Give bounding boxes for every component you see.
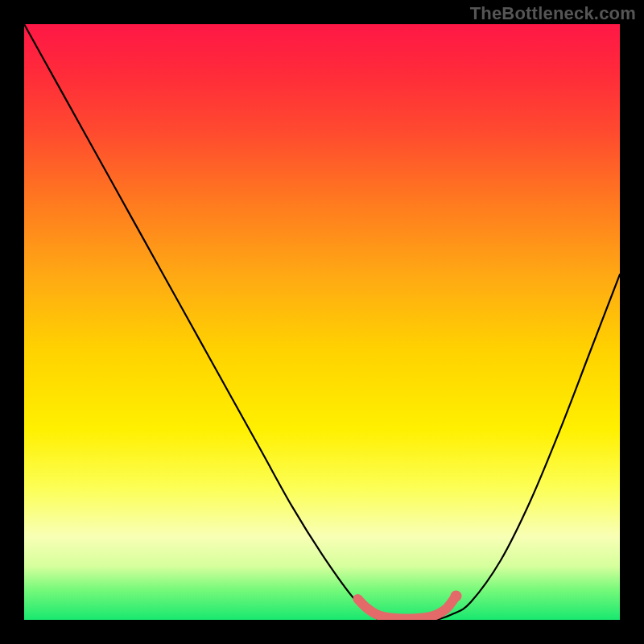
chart-frame: TheBottleneck.com — [0, 0, 644, 644]
plot-area — [24, 24, 620, 620]
optimal-zone-end-marker — [451, 590, 462, 601]
chart-svg — [24, 24, 620, 620]
optimal-zone-highlight — [357, 596, 456, 618]
attribution-label: TheBottleneck.com — [470, 3, 636, 24]
bottleneck-curve — [24, 24, 620, 620]
